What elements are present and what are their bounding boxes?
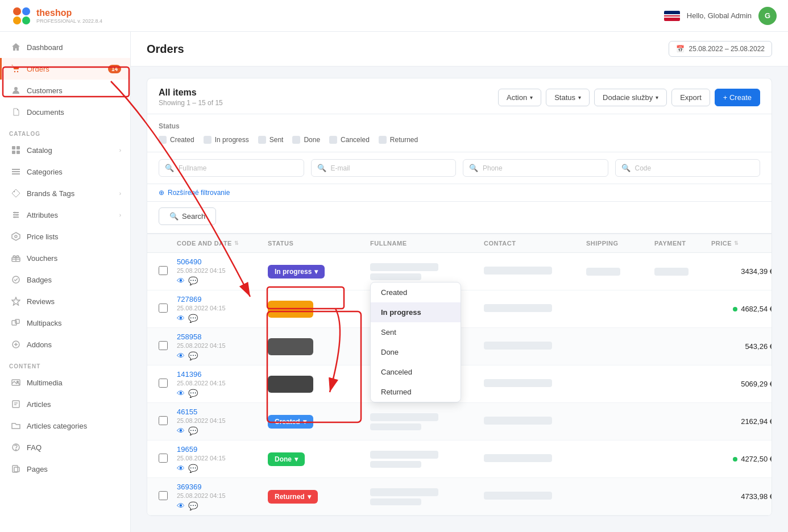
chip-created[interactable]: Created xyxy=(159,136,194,144)
order-date-5: 25.08.2022 04:15 xyxy=(177,417,268,424)
dd-done[interactable]: Done xyxy=(371,342,461,362)
status-btn-returned-7[interactable]: Returned ▾ xyxy=(268,490,318,504)
msg-icon-3[interactable]: 💬 xyxy=(188,351,198,360)
email-field[interactable]: 🔍 xyxy=(311,159,457,177)
image-icon xyxy=(11,377,21,388)
row-checkbox-7[interactable] xyxy=(159,491,168,500)
msg-icon-7[interactable]: 💬 xyxy=(188,501,198,510)
msg-icon-1[interactable]: 💬 xyxy=(188,276,198,285)
export-button[interactable]: Export xyxy=(671,89,710,106)
action-button[interactable]: Action ▾ xyxy=(498,89,541,106)
row-checkbox-6[interactable] xyxy=(159,454,168,463)
view-icon-5[interactable]: 👁 xyxy=(177,426,185,435)
sidebar-item-articles[interactable]: Articles xyxy=(0,393,130,415)
status-btn-created-5[interactable]: Created ▾ xyxy=(268,415,313,429)
chip-done[interactable]: Done xyxy=(292,136,320,144)
dd-canceled[interactable]: Canceled xyxy=(371,362,461,382)
chip-label-canceled: Canceled xyxy=(341,136,370,144)
view-icon-2[interactable]: 👁 xyxy=(177,314,185,323)
sidebar-item-vouchers[interactable]: Vouchers xyxy=(0,247,130,269)
row-checkbox-2[interactable] xyxy=(159,304,168,313)
status-button[interactable]: Status ▾ xyxy=(546,89,590,106)
table-row: 506490 25.08.2022 04:15 👁 💬 In progress … xyxy=(147,253,772,290)
sidebar-item-articles-cats[interactable]: Articles categories xyxy=(0,415,130,437)
view-icon-4[interactable]: 👁 xyxy=(177,389,185,398)
row-checkbox-1[interactable] xyxy=(159,266,168,275)
chip-sent[interactable]: Sent xyxy=(258,136,284,144)
person-icon xyxy=(11,85,21,95)
phone-input[interactable] xyxy=(483,164,602,172)
order-link-7[interactable]: 369369 xyxy=(177,483,268,491)
chip-returned[interactable]: Returned xyxy=(379,136,418,144)
row-checkbox-3[interactable] xyxy=(159,341,168,350)
sidebar-item-catalog[interactable]: Catalog › xyxy=(0,139,130,161)
svg-point-3 xyxy=(22,16,30,24)
sidebar-item-categories[interactable]: Categories xyxy=(0,161,130,182)
dd-created[interactable]: Created xyxy=(371,282,461,302)
code-input[interactable] xyxy=(635,164,754,172)
msg-icon-4[interactable]: 💬 xyxy=(188,389,198,398)
chip-dot-sent xyxy=(258,136,266,144)
th-status: STATUS xyxy=(268,240,370,247)
logo-version: PROFESSIONAL v. 2022.8.4 xyxy=(36,18,102,24)
order-link-4[interactable]: 141396 xyxy=(177,370,268,379)
chevron-right-icon3: › xyxy=(119,212,121,218)
phone-field[interactable]: 🔍 xyxy=(463,159,608,177)
svg-point-6 xyxy=(14,87,18,90)
fullname-input[interactable] xyxy=(179,164,298,172)
sidebar-item-addons[interactable]: Addons xyxy=(0,334,130,355)
msg-icon-6[interactable]: 💬 xyxy=(188,464,198,473)
sidebar-item-customers[interactable]: Customers xyxy=(0,80,130,101)
chip-inprogress[interactable]: In progress xyxy=(204,136,249,144)
svg-rect-7 xyxy=(12,146,15,149)
date-range-picker[interactable]: 📅 25.08.2022 – 25.08.2022 xyxy=(669,41,772,57)
view-icon-3[interactable]: 👁 xyxy=(177,351,185,360)
sidebar-item-attributes[interactable]: Attributes › xyxy=(0,204,130,226)
email-input[interactable] xyxy=(331,164,450,172)
msg-icon-5[interactable]: 💬 xyxy=(188,426,198,435)
order-link-5[interactable]: 46155 xyxy=(177,408,268,416)
logo: theshop PROFESSIONAL v. 2022.8.4 xyxy=(11,6,102,26)
view-icon-7[interactable]: 👁 xyxy=(177,501,185,510)
order-link-2[interactable]: 727869 xyxy=(177,295,268,304)
order-link-3[interactable]: 258958 xyxy=(177,332,268,341)
sidebar-item-multimedia[interactable]: Multimedia xyxy=(0,372,130,393)
table-header: CODE AND DATE ⇅ STATUS FULLNAME CONTACT … xyxy=(147,234,772,253)
status-btn-inprogress-1[interactable]: In progress ▾ xyxy=(268,265,325,279)
sidebar-item-dashboard[interactable]: Dashboard xyxy=(0,36,130,58)
svg-rect-33 xyxy=(13,401,19,408)
svg-point-5 xyxy=(17,71,18,72)
search-button[interactable]: 🔍 Search xyxy=(159,207,216,225)
dd-sent[interactable]: Sent xyxy=(371,322,461,342)
fullname-field[interactable]: 🔍 xyxy=(159,159,304,177)
sidebar-label-multipacks: Multipacks xyxy=(27,319,61,327)
sidebar-item-orders[interactable]: Orders 14 xyxy=(0,58,130,80)
code-field[interactable]: 🔍 xyxy=(615,159,761,177)
status-btn-done-6[interactable]: Done ▾ xyxy=(268,452,305,466)
view-icon-1[interactable]: 👁 xyxy=(177,276,185,285)
row-checkbox-4[interactable] xyxy=(159,379,168,388)
row-checkbox-5[interactable] xyxy=(159,416,168,425)
dd-returned[interactable]: Returned xyxy=(371,382,461,402)
status-filter-label: Status xyxy=(159,122,760,130)
sidebar-item-badges[interactable]: Badges xyxy=(0,269,130,290)
chip-dot-canceled xyxy=(329,136,337,144)
msg-icon-2[interactable]: 💬 xyxy=(188,314,198,323)
sidebar-item-pages[interactable]: Pages xyxy=(0,458,130,480)
sidebar-item-pricelists[interactable]: Price lists xyxy=(0,226,130,247)
advanced-filter[interactable]: ⊕ Rozšírené filtrovanie xyxy=(147,184,772,201)
sidebar-item-multipacks[interactable]: Multipacks xyxy=(0,312,130,334)
view-icon-6[interactable]: 👁 xyxy=(177,464,185,473)
dd-inprogress[interactable]: In progress xyxy=(371,302,461,322)
order-link-1[interactable]: 506490 xyxy=(177,257,268,266)
main-content: Orders 📅 25.08.2022 – 25.08.2022 All ite… xyxy=(131,32,788,532)
sidebar-item-reviews[interactable]: Reviews xyxy=(0,290,130,312)
sidebar-item-documents[interactable]: Documents xyxy=(0,101,130,123)
dodacie-button[interactable]: Dodacie služby ▾ xyxy=(594,89,667,106)
adv-filter-label: Rozšírené filtrovanie xyxy=(168,189,230,197)
order-link-6[interactable]: 19659 xyxy=(177,445,268,454)
create-button[interactable]: + Create xyxy=(715,89,760,106)
sidebar-item-faq[interactable]: FAQ xyxy=(0,437,130,458)
chip-canceled[interactable]: Canceled xyxy=(329,136,370,144)
sidebar-item-brands[interactable]: Brands & Tags › xyxy=(0,182,130,204)
